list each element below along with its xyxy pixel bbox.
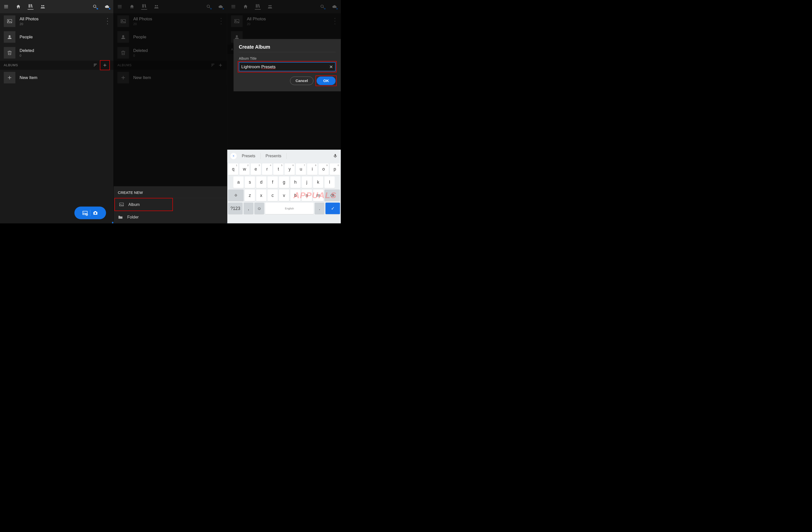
svg-rect-58: [335, 154, 336, 157]
mic-icon[interactable]: [333, 153, 337, 159]
more-icon[interactable]: [105, 18, 110, 24]
svg-point-23: [95, 212, 96, 214]
people-row[interactable]: People: [114, 29, 227, 45]
plus-icon: [117, 72, 129, 83]
add-photo-fab[interactable]: [74, 207, 106, 219]
all-photos-row[interactable]: All Photos 20: [114, 13, 227, 29]
key-i[interactable]: i8: [307, 163, 317, 175]
albums-header: ALBUMS: [117, 63, 132, 67]
create-folder-option[interactable]: Folder: [114, 211, 227, 223]
photo-icon: [231, 15, 243, 27]
svg-rect-4: [30, 4, 30, 8]
library-icon[interactable]: [255, 4, 261, 10]
key-j[interactable]: j: [302, 177, 312, 188]
cancel-button[interactable]: Cancel: [290, 76, 314, 85]
key-u[interactable]: u7: [296, 163, 306, 175]
home-icon[interactable]: [129, 4, 135, 10]
add-album-button[interactable]: [218, 62, 223, 68]
search-icon[interactable]: [206, 4, 212, 10]
suggestion-2[interactable]: Presents: [262, 154, 285, 158]
more-icon[interactable]: [219, 18, 223, 24]
menu-icon[interactable]: [117, 4, 123, 10]
search-icon[interactable]: [319, 4, 325, 10]
trash-icon: [4, 47, 15, 58]
all-photos-count: 20: [19, 22, 39, 26]
deleted-row[interactable]: Deleted 0: [114, 45, 227, 61]
more-icon[interactable]: [333, 18, 337, 24]
sort-icon[interactable]: [210, 62, 216, 68]
cloud-icon[interactable]: [104, 4, 111, 10]
key-v[interactable]: v: [279, 190, 289, 201]
key-l[interactable]: l: [324, 177, 335, 188]
deleted-count: 0: [133, 54, 148, 57]
key-g[interactable]: g: [279, 177, 289, 188]
key-h[interactable]: h: [290, 177, 301, 188]
key-b[interactable]: b: [290, 190, 301, 201]
people-icon: [117, 31, 129, 43]
camera-icon: [92, 210, 98, 216]
key-o[interactable]: o9: [318, 163, 329, 175]
svg-point-55: [236, 35, 238, 38]
cloud-icon[interactable]: [332, 4, 338, 10]
suggestion-1[interactable]: Presets: [238, 154, 259, 158]
key-c[interactable]: c: [267, 190, 278, 201]
dialog-title: Create Album: [239, 44, 336, 50]
key-m[interactable]: m: [313, 190, 323, 201]
photo-icon: [117, 15, 129, 27]
key-x[interactable]: x: [256, 190, 266, 201]
shared-icon[interactable]: [267, 4, 273, 10]
menu-icon[interactable]: [230, 4, 236, 10]
emoji-key[interactable]: ☺: [255, 203, 264, 214]
menu-icon[interactable]: [3, 4, 9, 10]
shared-icon[interactable]: [154, 4, 160, 10]
deleted-row[interactable]: Deleted 0: [0, 45, 113, 61]
shift-key[interactable]: [228, 190, 244, 201]
cloud-icon[interactable]: [218, 4, 224, 10]
home-icon[interactable]: [243, 4, 249, 10]
enter-key[interactable]: ✓: [325, 203, 340, 214]
library-icon[interactable]: [141, 4, 147, 10]
key-q[interactable]: q1: [228, 163, 238, 175]
key-e[interactable]: e3: [251, 163, 261, 175]
key-d[interactable]: d: [256, 177, 266, 188]
key-y[interactable]: y6: [285, 163, 295, 175]
svg-point-6: [43, 5, 44, 6]
comma-key[interactable]: ,: [244, 203, 253, 214]
key-n[interactable]: n: [302, 190, 312, 201]
period-key[interactable]: .: [315, 203, 324, 214]
key-p[interactable]: p0: [330, 163, 340, 175]
clear-input-icon[interactable]: ✕: [329, 64, 333, 69]
shared-icon[interactable]: [40, 4, 46, 10]
library-icon[interactable]: [28, 4, 34, 10]
key-t[interactable]: t5: [273, 163, 284, 175]
symbols-key[interactable]: ?123: [228, 203, 243, 214]
key-s[interactable]: s: [245, 177, 255, 188]
search-icon[interactable]: [92, 4, 98, 10]
home-icon[interactable]: [15, 4, 21, 10]
key-k[interactable]: k: [313, 177, 323, 188]
new-item-title: New Item: [133, 75, 151, 80]
create-album-option[interactable]: Album: [115, 198, 173, 211]
all-photos-row[interactable]: All Photos 20: [227, 13, 341, 29]
people-icon: [4, 31, 15, 43]
add-album-button[interactable]: [100, 60, 110, 70]
people-row[interactable]: People: [0, 29, 113, 45]
new-item-row[interactable]: New Item: [0, 70, 113, 86]
all-photos-count: 20: [247, 22, 266, 26]
album-title-input[interactable]: Lightroom Presets ✕: [239, 62, 336, 72]
ok-button[interactable]: OK: [317, 76, 336, 85]
key-f[interactable]: f: [267, 177, 278, 188]
key-a[interactable]: a: [233, 177, 244, 188]
soft-keyboard[interactable]: G Presets Presents q1w2e3r4t5y6u7i8o9p0 …: [227, 150, 341, 223]
all-photos-row[interactable]: All Photos 20: [0, 13, 113, 29]
google-logo-icon[interactable]: G: [230, 153, 237, 159]
backspace-key[interactable]: [324, 190, 340, 201]
sort-icon[interactable]: [92, 62, 98, 68]
key-w[interactable]: w2: [240, 163, 250, 175]
new-item-row[interactable]: New Item: [114, 70, 227, 86]
space-key[interactable]: English: [265, 203, 314, 214]
svg-point-50: [270, 5, 272, 6]
key-r[interactable]: r4: [262, 163, 272, 175]
svg-rect-28: [143, 4, 144, 8]
key-z[interactable]: z: [245, 190, 255, 201]
